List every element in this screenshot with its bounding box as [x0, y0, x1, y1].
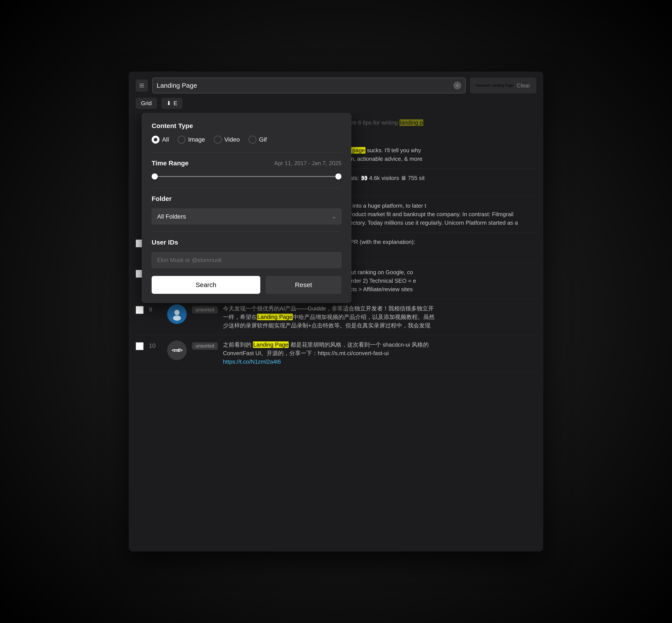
highlight-landing-page-cn: Landing Page [257, 314, 293, 320]
main-content: ages. Here are 6 tips for writing landin… [129, 113, 543, 552]
list-item: nding BizBot into a huge platform, to la… [319, 196, 536, 233]
time-range-dates: Apr 11, 2017 - Jan 7, 2025 [274, 160, 342, 167]
item-checkbox-10[interactable] [136, 342, 144, 350]
search-button[interactable]: Search [152, 276, 260, 294]
radio-label-all: All [162, 136, 169, 143]
folder-title: Folder [152, 195, 342, 202]
clear-filter-button[interactable]: Clear [517, 82, 530, 89]
avatar-9 [167, 304, 187, 324]
radio-label-gif: Gif [259, 136, 267, 143]
item-text: ages. Here are 6 tips for writing landin… [319, 118, 536, 136]
svg-rect-2 [140, 87, 144, 87]
radio-circle-video [214, 136, 222, 144]
highlight-text: landing p [400, 119, 423, 126]
header: × Keyword: Landing Page Clear [129, 71, 543, 93]
radio-video[interactable]: Video [214, 136, 240, 144]
search-clear-button[interactable]: × [454, 82, 461, 89]
download-button[interactable]: ⬇ E [161, 98, 182, 109]
range-thumb-left[interactable] [152, 173, 158, 180]
search-container: × [152, 78, 466, 93]
content-type-title: Content Type [152, 122, 342, 129]
radio-circle-gif [249, 136, 256, 144]
radio-circle-all [152, 136, 159, 144]
filter-actions: Search Reset [152, 276, 342, 294]
item-text-9: 今天发现一个很优秀的AI产品——Guidde，非常适合独立开发者！我相信很多独立… [223, 304, 536, 330]
user-ids-input[interactable] [152, 252, 342, 268]
folder-badge-10: unsorted [192, 342, 218, 350]
item-checkbox-9[interactable] [136, 306, 144, 314]
filter-dropdown: Content Type All Image Video [142, 113, 351, 303]
divider-2 [152, 188, 342, 188]
search-input[interactable] [157, 82, 454, 89]
download-icon: ⬇ [167, 100, 171, 107]
svg-point-7 [174, 310, 180, 315]
list-item: 9 unsorted 今天发现一个很优秀的AI产品——Guidde，非常适合独立… [136, 299, 536, 335]
avatar-image [167, 304, 187, 324]
time-range-title: Time Range [152, 159, 189, 167]
highlight-landing-page-10: Landing Page [253, 342, 289, 348]
svg-rect-1 [140, 85, 144, 86]
time-range-header: Time Range Apr 11, 2017 - Jan 7, 2025 [152, 159, 342, 167]
item-text: Your landing page sucks. I'll tell you w… [319, 146, 536, 163]
export-label: E [173, 100, 177, 107]
radio-gif[interactable]: Gif [249, 136, 267, 144]
list-item: ages. Here are 6 tips for writing landin… [319, 113, 536, 141]
radio-label-image: Image [188, 136, 205, 143]
item-text-10: 之前看到的 Landing Page 都是花里胡哨的风格，这次看到一个 shac… [223, 340, 536, 366]
grid-view-button[interactable]: Grid [136, 98, 157, 109]
radio-image[interactable]: Image [178, 136, 205, 144]
item-number: 10 [149, 342, 162, 349]
folder-select-wrapper: All Folders ⌄ [152, 209, 342, 225]
folder-select[interactable]: All Folders [152, 209, 342, 225]
avatar-image: <mt/> [167, 340, 187, 360]
user-ids-title: User IDs [152, 239, 342, 246]
list-item: Your landing page sucks. I'll tell you w… [319, 141, 536, 169]
app-window: × Keyword: Landing Page Clear Grid ⬇ E a… [129, 71, 543, 552]
range-thumb-right[interactable] [335, 173, 342, 180]
sidebar-icon [139, 83, 145, 89]
item-text: nding BizBot into a huge platform, to la… [319, 202, 536, 227]
keyword-badge: Keyword: Landing Page Clear [470, 78, 536, 93]
range-fill [152, 176, 342, 177]
svg-point-8 [173, 316, 181, 321]
avatar-10: <mt/> [167, 340, 187, 360]
radio-all[interactable]: All [152, 136, 169, 144]
range-slider[interactable] [152, 172, 342, 181]
list-item: ast week. Stats: 👀 4.6k visitors 🖥 755 s… [319, 169, 536, 196]
item-text: ast week. Stats: 👀 4.6k visitors 🖥 755 s… [319, 174, 536, 191]
sidebar-toggle-button[interactable] [136, 80, 148, 92]
radio-label-video: Video [224, 136, 240, 143]
reset-button[interactable]: Reset [265, 276, 342, 294]
item-number: 9 [149, 306, 162, 313]
radio-circle-image [178, 136, 185, 144]
toolbar: Grid ⬇ E [129, 93, 543, 113]
content-type-options: All Image Video Gif [152, 136, 342, 144]
folder-badge-9: unsorted [192, 306, 218, 314]
range-track [152, 176, 342, 177]
keyword-text: Keyword: Landing Page [476, 84, 513, 87]
svg-rect-0 [140, 84, 144, 84]
list-item: 10 <mt/> unsorted 之前看到的 Landing Page 都是花… [136, 335, 536, 372]
